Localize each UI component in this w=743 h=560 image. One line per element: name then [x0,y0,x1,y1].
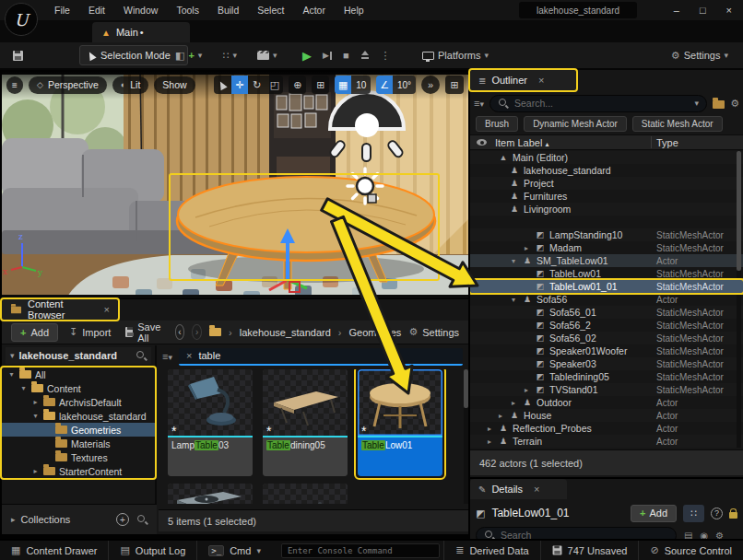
outliner-search-input[interactable]: Search... ▾ [489,95,707,112]
close-tab-icon[interactable]: × [534,484,539,495]
forward-button[interactable]: › [192,324,202,340]
search-icon[interactable] [136,514,147,525]
tab-main-level[interactable]: ▲ Main• [92,22,190,42]
outliner-row-tabledining05[interactable]: ◩Tabledining05StaticMeshActor [470,370,743,383]
outliner-row-sofa56_02[interactable]: ◩Sofa56_02StaticMeshActor [470,332,743,344]
outliner-row-lampstanding10[interactable]: ◩LampStanding10StaticMeshActor [470,228,743,241]
expander-open-icon[interactable]: ▾ [19,384,28,392]
folder-row-content[interactable]: ▾Content [2,381,155,395]
expander-open-icon[interactable]: ▾ [31,412,40,420]
folder-row-all[interactable]: ▾All [2,368,155,381]
asset-tile-partial[interactable] [263,484,348,504]
sources-header[interactable]: ▾ lakehouse_standard [6,347,151,364]
clear-search-icon[interactable]: × [186,350,192,361]
save-button[interactable] [7,45,29,65]
tab-details[interactable]: ✎ Details × [470,479,567,499]
outliner-row-house[interactable]: ▸♟HouseActor [470,409,743,422]
outliner-settings-icon[interactable]: ⚙ [730,98,739,110]
close-tab-icon[interactable]: × [538,75,544,86]
grid-snap-value[interactable]: 10 [351,76,371,94]
blueprints-dropdown[interactable]: ∷▾ [217,45,242,65]
tab-content-browser[interactable]: Content Browser × [2,299,118,320]
source-control-button[interactable]: ⊘Source Control [638,541,743,560]
viewport-options-button[interactable]: ≡ [6,76,23,94]
menu-help[interactable]: Help [336,2,372,18]
breadcrumb-geometries[interactable]: Geometries [349,327,402,338]
eject-button[interactable] [360,51,370,61]
expander-open-icon[interactable]: ▾ [509,296,518,304]
asset-tile-partial[interactable] [168,484,253,504]
folder-row-textures[interactable]: Textures [2,450,155,464]
asset-tile-tablelow01[interactable]: *TableLow01 [358,369,442,476]
outliner-row-obscured[interactable] [470,216,743,228]
collections-bar[interactable]: ▸ Collections + [2,504,157,534]
cmd-dropdown[interactable]: >_Cmd▾ [197,541,272,560]
angle-snap-icon[interactable]: ∠ [376,76,393,94]
expander-closed-icon[interactable]: ▸ [31,398,40,406]
filter-icon[interactable]: ≡▾ [162,351,172,362]
perspective-dropdown[interactable]: ◇Perspective [29,76,107,94]
expander-closed-icon[interactable]: ▸ [485,425,494,433]
menu-build[interactable]: Build [209,2,247,18]
show-dropdown[interactable]: Show [154,76,195,94]
folder-row-geometries[interactable]: Geometries [2,423,155,437]
menu-select[interactable]: Select [249,2,292,18]
chip-brush[interactable]: Brush [476,116,518,132]
search-icon[interactable] [136,350,147,361]
expander-open-icon[interactable]: ▾ [509,257,518,265]
add-content-button[interactable]: +Add [11,323,58,342]
save-all-button[interactable]: Save All [122,323,167,342]
surface-snap-button[interactable]: ⊞ [312,76,329,94]
chip-dynamic-mesh-actor[interactable]: Dynamic Mesh Actor [524,116,627,132]
folder-row-materials[interactable]: Materials [2,437,155,450]
column-type[interactable]: Type [656,137,678,148]
outliner-row-project[interactable]: ♟Project [470,177,743,190]
menu-tools[interactable]: Tools [168,2,207,18]
close-button[interactable]: × [726,5,732,16]
maximize-button[interactable]: □ [700,5,706,16]
outliner-row-tablelow01_01[interactable]: ◩TableLow01_01StaticMeshActor [470,280,743,293]
close-tab-icon[interactable]: × [104,304,110,315]
grid-snap-icon[interactable]: ▦ [335,76,351,94]
asset-tile-tabledining05[interactable]: *Tabledining05 [263,369,348,476]
cb-settings-button[interactable]: ⚙Settings [408,326,459,338]
folder-row-startercontent[interactable]: ▸StarterContent [2,464,155,478]
cinematics-dropdown[interactable]: ▾ [252,45,283,65]
derived-data-button[interactable]: ≣Derived Data [443,541,539,560]
breadcrumb-lakehouse[interactable]: lakehouse_standard [240,327,331,338]
folder-row-archvisdefault[interactable]: ▸ArchvisDefault [2,395,155,409]
expander-open-icon[interactable]: ▾ [7,370,16,379]
outliner-row-sofa56_2[interactable]: ◩Sofa56_2StaticMeshActor [470,319,743,332]
asset-tile-lamptable03[interactable]: *LampTable03 [168,369,253,476]
lock-icon[interactable] [729,512,737,519]
menu-edit[interactable]: Edit [80,2,113,18]
stop-button[interactable]: ■ [343,50,349,61]
view-mode-dropdown[interactable]: ◐Lit [112,76,149,94]
settings-dropdown[interactable]: ⚙Settings▾ [666,45,734,65]
add-actor-dropdown[interactable]: ◧+▾ [170,45,207,65]
add-collection-icon[interactable]: + [116,513,129,526]
world-space-button[interactable]: ⊕ [289,76,306,94]
outliner-row-madam[interactable]: ▸◩MadamStaticMeshActor [470,241,743,254]
asset-search-input[interactable]: × table [179,348,463,366]
scale-tool-button[interactable]: ◰ [265,76,283,94]
menu-file[interactable]: File [46,2,78,18]
outliner-row-sm_tablelow01[interactable]: ▾♟SM_TableLow01Actor [470,254,743,267]
outliner-row-tvstand01[interactable]: ▸◩TVStand01StaticMeshActor [470,383,743,396]
outliner-row-outdoor[interactable]: ▸♟OutdoorActor [470,396,743,409]
outliner-row-tablelow01[interactable]: ◩TableLow01StaticMeshActor [470,267,743,280]
more-options-icon[interactable]: ⋮ [381,50,391,62]
folder-row-lakehouse_standard[interactable]: ▾lakehouse_standard [2,409,155,423]
platforms-dropdown[interactable]: Platforms▾ [417,45,494,65]
move-tool-button[interactable]: ✛ [231,76,249,94]
help-icon[interactable]: ? [711,508,723,519]
unsaved-button[interactable]: 747 Unsaved [540,541,639,560]
path-folder-icon[interactable] [209,328,221,336]
select-tool-button[interactable] [214,76,231,94]
filter-icon[interactable]: ≡▾ [474,98,484,109]
outliner-row-furnitures[interactable]: ♟Furnitures [470,190,743,203]
expander-closed-icon[interactable]: ▸ [522,244,531,252]
expander-closed-icon[interactable]: ▸ [485,438,494,446]
import-button[interactable]: ↧Import [65,323,114,342]
expander-closed-icon[interactable]: ▸ [522,386,531,394]
